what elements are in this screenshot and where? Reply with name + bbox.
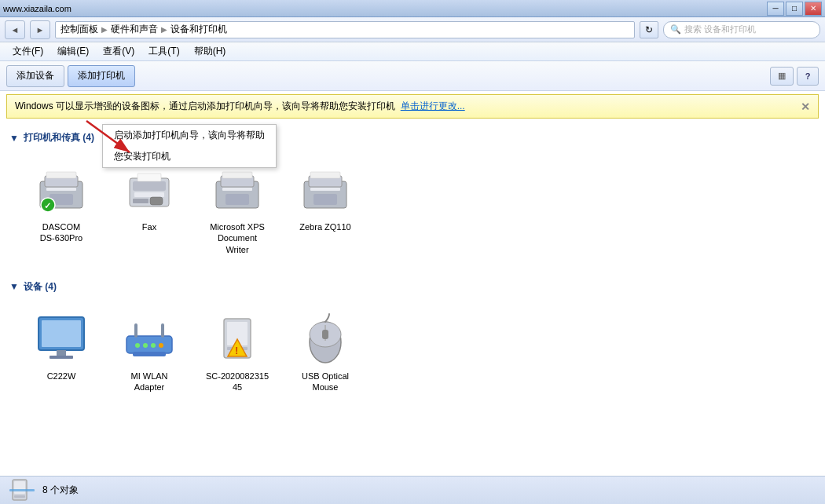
devices-collapse-arrow[interactable]: ▼ xyxy=(9,281,19,292)
toolbar: 添加设备 添加打印机 ▦ ? xyxy=(0,61,825,91)
svg-rect-47 xyxy=(14,481,25,494)
minimize-button[interactable]: ─ xyxy=(767,2,784,16)
add-printer-button[interactable]: 添加打印机 xyxy=(68,65,135,87)
search-icon: 🔍 xyxy=(670,24,681,35)
printer-fax[interactable]: Fax xyxy=(110,157,189,260)
title-bar: www.xiazaila.com ─ □ ✕ xyxy=(0,0,825,17)
svg-point-35 xyxy=(159,343,163,348)
address-path[interactable]: 控制面板 ▶ 硬件和声音 ▶ 设备和打印机 xyxy=(55,21,635,38)
view-toggle-button[interactable]: ▦ xyxy=(770,67,794,86)
forward-icon: ► xyxy=(36,25,45,35)
svg-rect-6 xyxy=(46,172,76,178)
printer-dascom-svg: ✓ xyxy=(34,164,89,216)
device-mouse-label: USB OpticalMouse xyxy=(302,371,349,393)
printers-grid: ✓ DASCOMDS-630Pro xyxy=(9,152,816,272)
printer-dascom-label: DASCOMDS-630Pro xyxy=(40,221,82,244)
svg-rect-18 xyxy=(226,194,249,205)
fax-svg xyxy=(122,164,177,216)
printer-xps-label: Microsoft XPSDocumentWriter xyxy=(210,221,265,255)
menu-file[interactable]: 文件(F) xyxy=(6,43,50,60)
printers-collapse-arrow[interactable]: ▼ xyxy=(9,133,19,144)
notification-link[interactable]: 单击进行更改... xyxy=(401,100,465,111)
svg-rect-26 xyxy=(42,320,81,347)
menu-view[interactable]: 查看(V) xyxy=(97,43,141,60)
device-scanner[interactable]: ! SC-202008231545 xyxy=(198,306,277,398)
svg-point-34 xyxy=(151,343,156,348)
forward-button[interactable]: ► xyxy=(30,20,50,39)
menu-bar: 文件(F) 编辑(E) 查看(V) 工具(T) 帮助(H) xyxy=(0,42,825,61)
svg-rect-24 xyxy=(310,172,340,178)
close-button[interactable]: ✕ xyxy=(805,2,822,16)
printer-zebra-icon xyxy=(297,162,354,218)
device-monitor-label: C222W xyxy=(47,371,76,382)
maximize-button[interactable]: □ xyxy=(786,2,803,16)
search-box[interactable]: 🔍 搜索 设备和打印机 xyxy=(663,21,820,38)
svg-rect-48 xyxy=(14,495,25,498)
printer-zebra[interactable]: Zebra ZQ110 xyxy=(286,157,365,260)
notification-text: Windows 可以显示增强的设备图标，通过启动添加打印机向导，该向导将帮助您安… xyxy=(15,100,465,113)
back-icon: ◄ xyxy=(11,25,20,35)
help-icon: ? xyxy=(805,71,811,81)
search-placeholder: 搜索 设备和打印机 xyxy=(684,24,756,35)
svg-rect-4 xyxy=(46,188,76,191)
svg-rect-31 xyxy=(161,323,164,338)
svg-rect-17 xyxy=(222,188,252,191)
svg-rect-19 xyxy=(222,172,252,178)
svg-rect-14 xyxy=(138,173,161,181)
zebra-svg xyxy=(298,164,353,216)
device-mouse[interactable]: USB OpticalMouse xyxy=(286,306,365,398)
svg-rect-29 xyxy=(126,336,172,353)
scanner-warning-svg: ! xyxy=(210,312,265,366)
devices-section-header: ▼ 设备 (4) xyxy=(9,280,816,294)
printer-xps-icon xyxy=(209,162,266,218)
svg-rect-49 xyxy=(9,489,35,491)
printer-fax-icon xyxy=(121,162,178,218)
svg-rect-10 xyxy=(133,181,166,191)
view-icon: ▦ xyxy=(778,71,786,81)
monitor-svg xyxy=(34,312,89,366)
svg-rect-28 xyxy=(50,356,73,359)
menu-tools[interactable]: 工具(T) xyxy=(142,43,185,60)
svg-text:!: ! xyxy=(235,345,238,356)
device-router-icon xyxy=(121,311,178,367)
tooltip-menu-item-1[interactable]: 启动添加打印机向导，该向导将帮助 xyxy=(103,125,276,146)
path-item-3: 设备和打印机 xyxy=(170,23,227,36)
refresh-icon: ↻ xyxy=(645,24,653,35)
router-svg xyxy=(122,312,177,366)
printer-xps[interactable]: Microsoft XPSDocumentWriter xyxy=(198,157,277,260)
window-title: www.xiazaila.com xyxy=(3,4,72,13)
device-monitor-icon xyxy=(33,311,90,367)
device-router-label: MI WLANAdapter xyxy=(130,371,167,393)
device-scanner-label: SC-202008231545 xyxy=(206,371,269,393)
tooltip-menu: 启动添加打印机向导，该向导将帮助 您安装打印机 xyxy=(102,124,277,168)
help-button[interactable]: ? xyxy=(797,67,819,86)
path-item-2: 硬件和声音 xyxy=(111,23,158,36)
svg-rect-13 xyxy=(150,197,163,205)
svg-text:✓: ✓ xyxy=(44,201,51,210)
add-device-button[interactable]: 添加设备 xyxy=(6,65,64,87)
svg-rect-22 xyxy=(310,188,340,191)
device-monitor[interactable]: C222W xyxy=(22,306,101,398)
address-bar: ◄ ► 控制面板 ▶ 硬件和声音 ▶ 设备和打印机 ↻ 🔍 搜索 设备和打印机 xyxy=(0,17,825,42)
menu-help[interactable]: 帮助(H) xyxy=(188,43,233,60)
printer-dascom-icon: ✓ xyxy=(33,162,90,218)
printer-fax-label: Fax xyxy=(142,221,156,232)
svg-rect-36 xyxy=(133,352,166,356)
main-content: ▼ 打印机和传真 (4) ✓ xyxy=(0,122,825,476)
tooltip-menu-item-2[interactable]: 您安装打印机 xyxy=(103,146,276,167)
path-sep-1: ▶ xyxy=(101,25,108,34)
devices-grid: C222W xyxy=(9,301,816,411)
path-item-1: 控制面板 xyxy=(60,23,98,36)
back-button[interactable]: ◄ xyxy=(5,20,25,39)
printer-dascom[interactable]: ✓ DASCOMDS-630Pro xyxy=(22,157,101,260)
svg-rect-23 xyxy=(314,194,337,205)
refresh-button[interactable]: ↻ xyxy=(640,21,658,38)
status-bar: 8 个对象 xyxy=(0,476,825,504)
status-scanner-icon xyxy=(9,478,35,503)
device-router[interactable]: MI WLANAdapter xyxy=(110,306,189,398)
notification-close-button[interactable]: ✕ xyxy=(801,100,810,113)
notification-bar: Windows 可以显示增强的设备图标，通过启动添加打印机向导，该向导将帮助您安… xyxy=(6,94,819,119)
menu-edit[interactable]: 编辑(E) xyxy=(51,43,95,60)
mouse-svg xyxy=(298,312,353,366)
svg-rect-45 xyxy=(322,330,328,339)
